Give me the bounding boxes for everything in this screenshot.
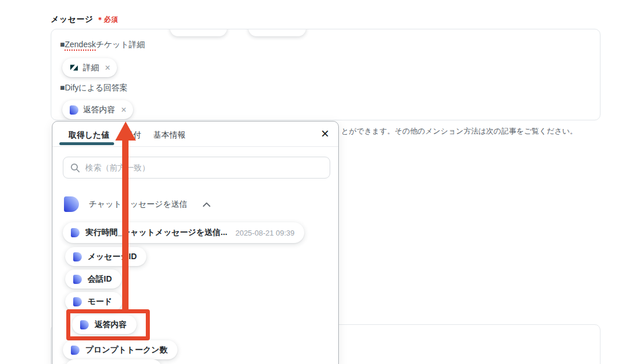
variable-pill-prompt-tokens[interactable]: プロンプトトークン数 xyxy=(63,340,177,359)
field-label: メッセージ＊必須 xyxy=(51,14,118,25)
required-badge: ＊必須 xyxy=(97,16,119,24)
variable-pill-label: 会話ID xyxy=(88,274,112,285)
dify-icon xyxy=(71,228,80,237)
tab-obtained-values[interactable]: 取得した値 xyxy=(69,130,109,141)
token-chip-label: 詳細 xyxy=(83,63,99,73)
zendesk-word: Zendesk xyxy=(65,40,96,51)
variable-pill-cropped[interactable] xyxy=(65,359,162,364)
search-box[interactable] xyxy=(63,157,330,179)
line1-rest: チケット詳細 xyxy=(96,40,145,49)
dify-icon xyxy=(70,105,78,115)
page: メッセージ＊必須 ■Zendeskチケット詳細 詳細 × ■Difyによる回答案… xyxy=(0,0,627,364)
variable-pill-label: 返答内容 xyxy=(95,320,127,330)
variable-pill-label: プロンプトトークン数 xyxy=(85,345,168,355)
section-title: チャットメッセージを送信 xyxy=(89,199,187,210)
popup-tabs: 取得した値 日付 基本情報 × xyxy=(52,122,338,146)
variable-pill-value: 2025-08-21 09:39 xyxy=(235,229,294,237)
tabs-divider xyxy=(52,146,338,147)
annotation-arrow-shaft xyxy=(122,139,129,309)
remove-token-icon[interactable]: × xyxy=(121,105,126,115)
chevron-up-icon[interactable] xyxy=(203,202,210,207)
dify-icon xyxy=(64,196,79,212)
variable-pill-message-id[interactable]: メッセージID xyxy=(65,247,146,266)
annotation-arrow-head xyxy=(115,122,136,141)
variable-picker-popup: 取得した値 日付 基本情報 × チャットメッセージを送信 xyxy=(52,121,339,364)
variable-pill-answer-content[interactable]: 返答内容 xyxy=(72,315,137,334)
dify-icon xyxy=(73,297,82,306)
remove-token-icon[interactable]: × xyxy=(105,63,110,73)
token-chip-dify-answer[interactable]: 返答内容 × xyxy=(62,100,133,119)
section-header-send-chat-message[interactable]: チャットメッセージを送信 xyxy=(64,196,210,212)
message-line-zendesk: ■Zendeskチケット詳細 xyxy=(60,40,145,50)
cropped-token-chip[interactable] xyxy=(248,29,306,36)
message-line-dify: ■Difyによる回答案 xyxy=(60,83,128,93)
dify-icon xyxy=(71,346,80,355)
close-icon[interactable]: × xyxy=(321,127,329,141)
cropped-token-chip[interactable] xyxy=(170,29,227,36)
zendesk-icon xyxy=(70,63,78,72)
active-tab-underline xyxy=(59,142,114,145)
search-input[interactable] xyxy=(85,163,323,172)
variable-pill-conversation-id[interactable]: 会話ID xyxy=(65,270,122,289)
dify-icon xyxy=(80,320,89,329)
dify-icon xyxy=(73,275,82,284)
field-label-text: メッセージ xyxy=(51,14,93,24)
helper-text: とができます。その他のメンション方法は次の記事をご覧ください。 xyxy=(341,126,577,136)
token-chip-zendesk-detail[interactable]: 詳細 × xyxy=(62,58,117,77)
token-chip-label: 返答内容 xyxy=(83,105,115,115)
variable-pill-label: モード xyxy=(88,297,112,307)
variable-pill-mode[interactable]: モード xyxy=(65,292,122,311)
variable-pill-exec-time[interactable]: 実行時間_チャットメッセージを送信... 2025-08-21 09:39 xyxy=(63,222,304,243)
message-textarea[interactable]: ■Zendeskチケット詳細 詳細 × ■Difyによる回答案 返答内容 × xyxy=(51,29,600,120)
search-icon xyxy=(70,163,80,173)
dify-icon xyxy=(73,252,82,261)
annotation-highlight-rect: 返答内容 xyxy=(66,309,150,340)
variable-pill-label: メッセージID xyxy=(88,252,137,262)
variable-pill-label: 実行時間_チャットメッセージを送信... xyxy=(85,227,227,238)
tab-basic-info[interactable]: 基本情報 xyxy=(153,130,186,141)
